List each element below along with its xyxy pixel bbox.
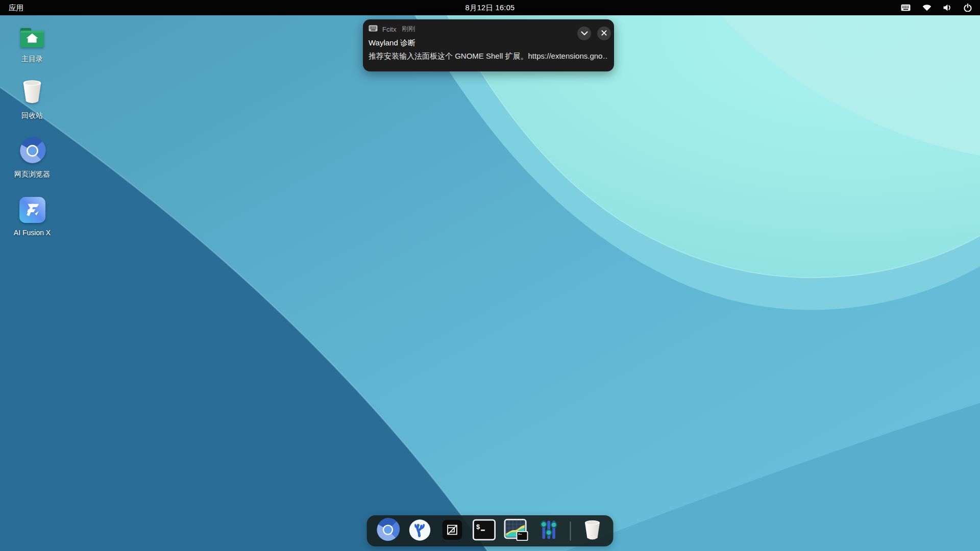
dock-item-system-monitor[interactable] (504, 519, 529, 543)
desktop-icon-home[interactable]: 主目录 (8, 22, 57, 64)
dock-item-zed-editor[interactable] (440, 519, 464, 543)
dock-item-tweaks[interactable] (536, 519, 561, 543)
trash-icon (582, 518, 603, 543)
system-monitor-icon (504, 518, 529, 544)
zed-editor-icon (442, 520, 462, 542)
dock: $ (367, 515, 614, 546)
chromium-browser-icon (19, 137, 46, 166)
desktop-icon-web-browser[interactable]: 网页浏览器 (8, 138, 57, 179)
terminal-icon: $ (473, 519, 496, 543)
dock-item-trash[interactable] (580, 519, 605, 543)
coral-app-icon (409, 519, 431, 543)
home-folder-icon (19, 27, 45, 51)
volume-icon[interactable] (943, 4, 952, 11)
tweaks-sliders-icon (537, 519, 559, 543)
dock-separator (570, 521, 571, 541)
trash-icon (19, 78, 45, 108)
dock-item-coral-app[interactable] (408, 519, 432, 543)
dock-item-chromium[interactable] (376, 519, 400, 543)
ai-fusion-x-icon (19, 197, 45, 225)
desktop-icon-label: 回收站 (21, 111, 43, 120)
notification-time: 刚刚 (402, 24, 415, 34)
chevron-down-icon (581, 30, 588, 37)
applications-button[interactable]: 应用 (0, 0, 32, 15)
wallpaper (0, 0, 980, 551)
notification-actions (577, 27, 611, 40)
desktop: 应用 8月12日 16:05 (0, 0, 980, 551)
notification-banner[interactable]: Fcitx 刚刚 Wayland 诊断 推荐安装输入法面板这个 GNOME Sh… (363, 19, 614, 71)
chromium-browser-icon (376, 518, 400, 544)
desktop-icon-label: AI Fusion X (14, 229, 51, 237)
keyboard-indicator-icon[interactable] (901, 4, 911, 11)
wifi-icon[interactable] (922, 4, 932, 11)
svg-text:$: $ (476, 523, 480, 531)
desktop-icon-label: 主目录 (21, 55, 43, 64)
power-icon[interactable] (964, 4, 972, 12)
desktop-icon-trash[interactable]: 回收站 (8, 79, 57, 120)
notification-header: Fcitx 刚刚 (369, 24, 608, 34)
desktop-icon-label: 网页浏览器 (14, 170, 50, 179)
notification-body: 推荐安装输入法面板这个 GNOME Shell 扩展。https://exten… (369, 52, 608, 61)
dock-item-terminal[interactable]: $ (472, 519, 497, 543)
notification-title: Wayland 诊断 (369, 38, 608, 48)
notification-source: Fcitx (382, 26, 396, 33)
collapse-button[interactable] (577, 27, 591, 40)
clock-date-button[interactable]: 8月12日 16:05 (465, 3, 515, 13)
system-tray (901, 0, 980, 15)
keyboard-icon (369, 24, 378, 34)
close-icon (601, 30, 607, 37)
desktop-icon-ai-fusion-x[interactable]: AI Fusion X (8, 196, 57, 237)
top-bar: 应用 8月12日 16:05 (0, 0, 980, 15)
close-button[interactable] (597, 27, 611, 40)
